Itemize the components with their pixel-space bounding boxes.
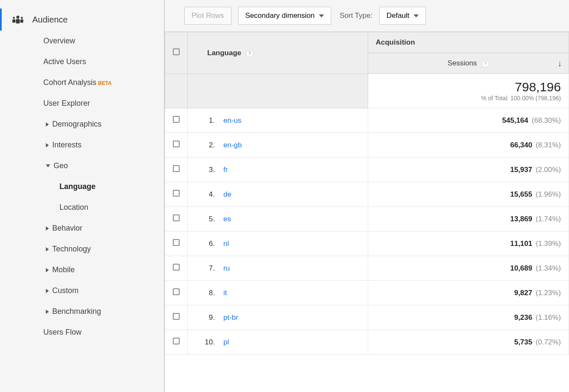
row-sessions-cell: 9,827(1.23%)	[368, 281, 569, 305]
chevron-right-icon	[46, 226, 49, 231]
language-link[interactable]: nl	[223, 240, 229, 248]
column-header-language[interactable]: Language ?	[188, 32, 368, 74]
row-rank: 8.	[199, 289, 215, 297]
svg-point-0	[17, 16, 20, 19]
help-icon[interactable]: ?	[482, 60, 489, 68]
language-link[interactable]: de	[223, 190, 231, 198]
checkbox-icon	[173, 48, 180, 55]
row-checkbox[interactable]	[165, 158, 188, 182]
row-language-cell: 6.nl	[188, 231, 368, 256]
chevron-right-icon	[46, 247, 49, 251]
row-sessions-cell: 11,101(1.39%)	[368, 231, 569, 256]
sidebar-item-cohort-analysis[interactable]: Cohort AnalysisBETA	[0, 72, 164, 93]
sidebar-item-benchmarking[interactable]: Benchmarking	[0, 301, 164, 322]
row-checkbox[interactable]	[165, 207, 188, 231]
column-header-sessions[interactable]: Sessions ? ↓	[368, 53, 569, 74]
row-language-cell: 1.en-us	[188, 108, 368, 133]
dropdown-icon	[319, 14, 324, 17]
row-rank: 9.	[199, 313, 215, 322]
sidebar-sub-location[interactable]: Location	[0, 197, 164, 218]
table-row: 10.pl5,735(0.72%)	[165, 330, 569, 355]
language-link[interactable]: en-us	[223, 116, 242, 124]
sessions-value: 5,735	[514, 338, 532, 346]
sidebar-item-mobile[interactable]: Mobile	[0, 259, 164, 280]
language-link[interactable]: es	[223, 215, 231, 223]
sidebar-section-audience[interactable]: Audience	[0, 8, 164, 31]
row-rank: 1.	[199, 116, 215, 125]
checkbox-icon	[173, 338, 180, 344]
sessions-value: 9,236	[514, 313, 532, 321]
sidebar: Audience Overview Active Users Cohort An…	[0, 0, 165, 392]
row-checkbox[interactable]	[165, 330, 188, 355]
row-checkbox[interactable]	[165, 305, 188, 330]
sessions-value: 15,655	[510, 190, 532, 198]
table-row: 5.es13,869(1.74%)	[165, 207, 569, 231]
sidebar-item-custom[interactable]: Custom	[0, 280, 164, 301]
chevron-right-icon	[46, 289, 49, 293]
chevron-down-icon	[46, 164, 50, 167]
row-checkbox[interactable]	[165, 256, 188, 281]
column-group-acquisition: Acquisition	[368, 32, 569, 53]
row-language-cell: 4.de	[188, 182, 368, 207]
toolbar: Plot Rows Secondary dimension Sort Type:…	[165, 0, 569, 32]
svg-point-4	[21, 17, 23, 19]
beta-badge: BETA	[98, 80, 112, 86]
sessions-pct: (2.00%)	[535, 166, 561, 174]
checkbox-icon	[173, 264, 180, 271]
language-link[interactable]: pt-br	[223, 313, 238, 321]
sidebar-item-overview[interactable]: Overview	[0, 31, 164, 51]
row-language-cell: 9.pt-br	[188, 305, 368, 330]
sessions-value: 9,827	[514, 289, 532, 297]
table-row: 6.nl11,101(1.39%)	[165, 231, 569, 256]
row-checkbox[interactable]	[165, 108, 188, 133]
secondary-dimension-dropdown[interactable]: Secondary dimension	[238, 7, 331, 25]
table-row: 3.fr15,937(2.00%)	[165, 158, 569, 182]
row-language-cell: 7.ru	[188, 256, 368, 281]
row-rank: 2.	[199, 141, 215, 149]
table-row: 1.en-us545,164(68.30%)	[165, 108, 569, 133]
sidebar-item-active-users[interactable]: Active Users	[0, 51, 164, 72]
row-checkbox[interactable]	[165, 182, 188, 207]
audience-icon	[12, 14, 24, 25]
chevron-right-icon	[46, 122, 49, 127]
sidebar-item-demographics[interactable]: Demographics	[0, 114, 164, 135]
help-icon[interactable]: ?	[246, 50, 254, 57]
row-checkbox[interactable]	[165, 281, 188, 305]
row-checkbox[interactable]	[165, 133, 188, 158]
sidebar-item-technology[interactable]: Technology	[0, 239, 164, 259]
row-language-cell: 3.fr	[188, 158, 368, 182]
row-sessions-cell: 13,869(1.74%)	[368, 207, 569, 231]
row-language-cell: 2.en-gb	[188, 133, 368, 158]
sidebar-sub-language[interactable]: Language	[0, 176, 164, 197]
table-row: 2.en-gb66,340(8.31%)	[165, 133, 569, 158]
plot-rows-button[interactable]: Plot Rows	[184, 7, 231, 25]
language-link[interactable]: pl	[223, 338, 229, 346]
sidebar-item-users-flow[interactable]: Users Flow	[0, 322, 164, 343]
sidebar-item-behavior[interactable]: Behavior	[0, 218, 164, 239]
row-sessions-cell: 5,735(0.72%)	[368, 330, 569, 355]
sessions-value: 13,869	[510, 215, 532, 223]
sidebar-item-interests[interactable]: Interests	[0, 135, 164, 155]
select-all-header[interactable]	[165, 32, 188, 74]
sort-type-dropdown[interactable]: Default	[379, 7, 426, 25]
summary-row: 798,196 % of Total: 100.00% (798,196)	[165, 74, 569, 108]
row-sessions-cell: 10,689(1.34%)	[368, 256, 569, 281]
language-link[interactable]: fr	[223, 166, 228, 174]
checkbox-icon	[173, 141, 180, 147]
row-rank: 5.	[199, 215, 215, 223]
sidebar-item-user-explorer[interactable]: User Explorer	[0, 93, 164, 114]
row-language-cell: 8.it	[188, 281, 368, 305]
sidebar-item-geo[interactable]: Geo	[0, 155, 164, 176]
row-sessions-cell: 15,937(2.00%)	[368, 158, 569, 182]
table-row: 9.pt-br9,236(1.16%)	[165, 305, 569, 330]
language-link[interactable]: ru	[223, 264, 230, 272]
chevron-right-icon	[46, 268, 49, 272]
row-sessions-cell: 66,340(8.31%)	[368, 133, 569, 158]
language-link[interactable]: en-gb	[223, 141, 242, 149]
summary-subtext: % of Total: 100.00% (798,196)	[481, 95, 561, 102]
row-sessions-cell: 15,655(1.96%)	[368, 182, 569, 207]
language-link[interactable]: it	[223, 289, 227, 297]
row-checkbox[interactable]	[165, 231, 188, 256]
sort-type-label: Sort Type:	[340, 11, 372, 20]
sessions-pct: (1.23%)	[535, 289, 561, 297]
